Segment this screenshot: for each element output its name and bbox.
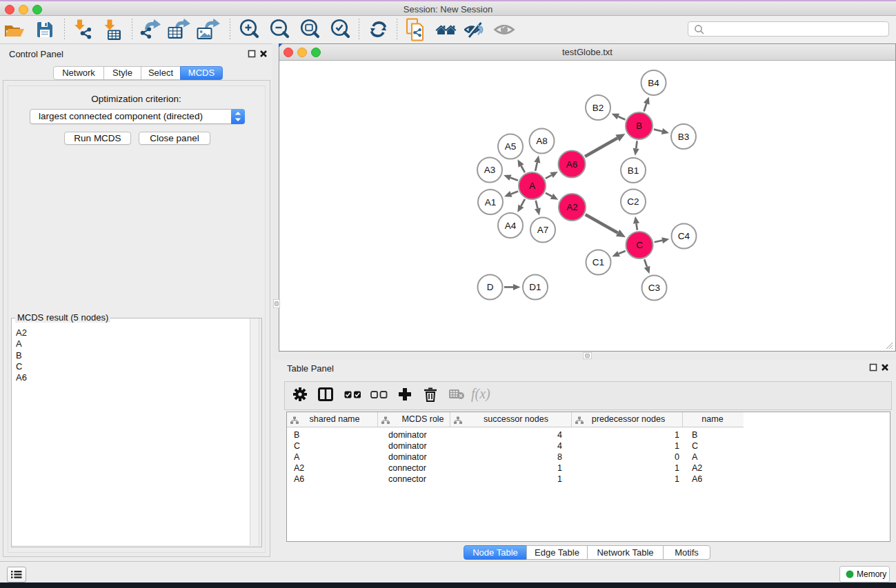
svg-text:A1: A1 [485,197,497,207]
svg-text:A6: A6 [566,159,578,170]
svg-text:B3: B3 [678,132,690,142]
svg-text:C1: C1 [593,257,604,267]
svg-text:B2: B2 [593,103,604,113]
svg-text:D: D [487,282,494,292]
svg-text:B4: B4 [648,78,659,88]
svg-text:A7: A7 [537,225,549,235]
svg-text:B1: B1 [628,165,639,176]
svg-text:C3: C3 [648,283,660,293]
svg-text:A4: A4 [505,221,517,231]
svg-text:B: B [636,121,642,131]
svg-text:A: A [529,181,535,191]
svg-text:C4: C4 [678,231,690,241]
svg-text:C: C [636,240,643,250]
svg-text:D1: D1 [529,282,541,292]
svg-text:A2: A2 [566,202,578,212]
svg-text:A8: A8 [536,136,548,146]
svg-text:A3: A3 [484,165,496,175]
svg-text:C2: C2 [627,196,639,207]
svg-text:A5: A5 [505,141,517,152]
